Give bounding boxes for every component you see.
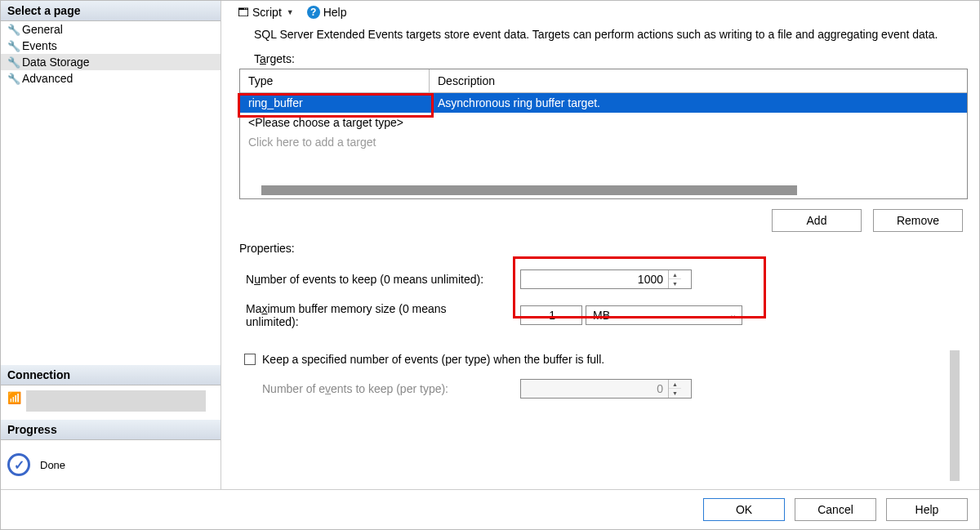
wrench-icon: 🔧: [7, 40, 22, 52]
target-placeholder-text: <Please choose a target type>: [240, 114, 967, 131]
spinner-buttons[interactable]: ▲▼: [668, 270, 681, 288]
spinner-buttons: ▲▼: [668, 380, 681, 398]
properties-area: Properties: Number of events to keep (0 …: [239, 240, 968, 403]
main-v-scrollbar[interactable]: [950, 350, 960, 481]
col-header-description[interactable]: Description: [430, 69, 967, 92]
sidebar-heading-connection: Connection: [1, 365, 220, 385]
server-icon: 📶: [7, 390, 21, 405]
dialog-footer: OK Cancel Help: [1, 489, 979, 529]
add-button[interactable]: Add: [772, 209, 862, 232]
sidebar-item-label: Events: [22, 39, 57, 52]
spinner-buttons[interactable]: [560, 306, 573, 324]
sidebar-nav-list: 🔧 General 🔧 Events 🔧 Data Storage 🔧 Adva…: [1, 21, 220, 87]
dialog-root: Select a page 🔧 General 🔧 Events 🔧 Data …: [0, 0, 980, 530]
max-memory-input[interactable]: [521, 307, 560, 323]
help-label: Help: [323, 6, 347, 19]
per-type-label: Number of events to keep (per type):: [239, 382, 517, 395]
targets-header: Type Description: [240, 69, 967, 93]
target-type-cell: ring_buffer: [240, 94, 430, 112]
main-panel: 🗔 Script ▼ ? Help SQL Server Extended Ev…: [221, 1, 979, 489]
num-events-input[interactable]: [521, 271, 668, 287]
target-row-hint[interactable]: Click here to add a target: [240, 132, 967, 152]
num-events-spinner[interactable]: ▲▼: [520, 269, 692, 289]
wrench-icon: 🔧: [7, 73, 22, 85]
max-memory-spinner[interactable]: [520, 305, 582, 325]
remove-button[interactable]: Remove: [873, 209, 963, 232]
sidebar-item-label: Advanced: [22, 72, 73, 85]
num-events-label: Number of events to keep (0 means unlimi…: [239, 273, 501, 286]
target-desc-cell: Asynchronous ring buffer target.: [430, 94, 967, 112]
memory-unit-value: MB: [593, 309, 610, 322]
sidebar-progress-section: Progress ✓ Done: [1, 420, 220, 489]
col-header-type[interactable]: Type: [240, 69, 430, 92]
keep-events-label: Keep a specified number of events (per t…: [262, 353, 604, 366]
help-button-footer[interactable]: Help: [886, 498, 968, 521]
intro-text: SQL Server Extended Events targets store…: [233, 24, 968, 51]
per-type-spinner: ▲▼: [520, 379, 692, 399]
add-remove-row: Add Remove: [233, 199, 968, 240]
prop-row-max-memory: Maximum buffer memory size (0 means unli…: [239, 297, 968, 333]
target-row-placeholder[interactable]: <Please choose a target type>: [240, 113, 967, 132]
done-icon: ✓: [7, 453, 30, 476]
help-icon: ?: [307, 6, 320, 19]
sidebar-heading-progress: Progress: [1, 420, 220, 440]
sidebar-item-label: General: [22, 23, 63, 36]
target-row-selected[interactable]: ring_buffer Asynchronous ring buffer tar…: [240, 93, 967, 113]
sidebar-item-general[interactable]: 🔧 General: [1, 21, 220, 38]
keep-events-checkbox[interactable]: [244, 354, 256, 365]
sidebar-item-data-storage[interactable]: 🔧 Data Storage: [1, 54, 220, 70]
script-dropdown[interactable]: 🗔 Script ▼: [233, 4, 299, 20]
script-label: Script: [252, 6, 282, 19]
targets-h-scrollbar[interactable]: [240, 185, 960, 195]
progress-status: Done: [40, 459, 65, 471]
sidebar-item-label: Data Storage: [22, 56, 90, 69]
target-hint-text: Click here to add a target: [240, 133, 967, 151]
sidebar: Select a page 🔧 General 🔧 Events 🔧 Data …: [1, 1, 221, 489]
chevron-down-icon: ▼: [287, 8, 294, 16]
help-button[interactable]: ? Help: [302, 4, 352, 20]
chevron-down-icon: ⌄: [729, 310, 737, 320]
main-body: SQL Server Extended Events targets store…: [233, 24, 968, 483]
max-memory-label: Maximum buffer memory size (0 means unli…: [239, 302, 501, 328]
script-icon: 🗔: [238, 6, 249, 19]
properties-heading: Properties:: [239, 240, 968, 265]
per-type-input: [521, 381, 668, 397]
ok-button[interactable]: OK: [703, 498, 785, 521]
cancel-button[interactable]: Cancel: [795, 498, 876, 521]
sidebar-heading-pages: Select a page: [1, 1, 220, 21]
targets-table: Type Description ring_buffer Asynchronou…: [239, 69, 968, 199]
wrench-icon: 🔧: [7, 56, 22, 69]
content-area: Select a page 🔧 General 🔧 Events 🔧 Data …: [1, 1, 979, 489]
wrench-icon: 🔧: [7, 24, 22, 36]
connection-name-placeholder: [26, 390, 206, 412]
memory-unit-combo[interactable]: MB ⌄: [586, 305, 742, 325]
sidebar-item-advanced[interactable]: 🔧 Advanced: [1, 70, 220, 87]
sidebar-connection-section: Connection 📶: [1, 365, 220, 420]
sidebar-item-events[interactable]: 🔧 Events: [1, 38, 220, 54]
keep-events-checkbox-row[interactable]: Keep a specified number of events (per t…: [239, 345, 968, 371]
prop-row-num-events: Number of events to keep (0 means unlimi…: [239, 265, 968, 294]
prop-row-per-type: Number of events to keep (per type): ▲▼: [239, 374, 968, 403]
progress-body: ✓ Done: [1, 440, 220, 489]
scrollbar-thumb[interactable]: [261, 185, 797, 195]
toolbar: 🗔 Script ▼ ? Help: [233, 1, 968, 24]
targets-label: Targets:: [233, 51, 968, 69]
connection-body: 📶: [1, 385, 220, 420]
